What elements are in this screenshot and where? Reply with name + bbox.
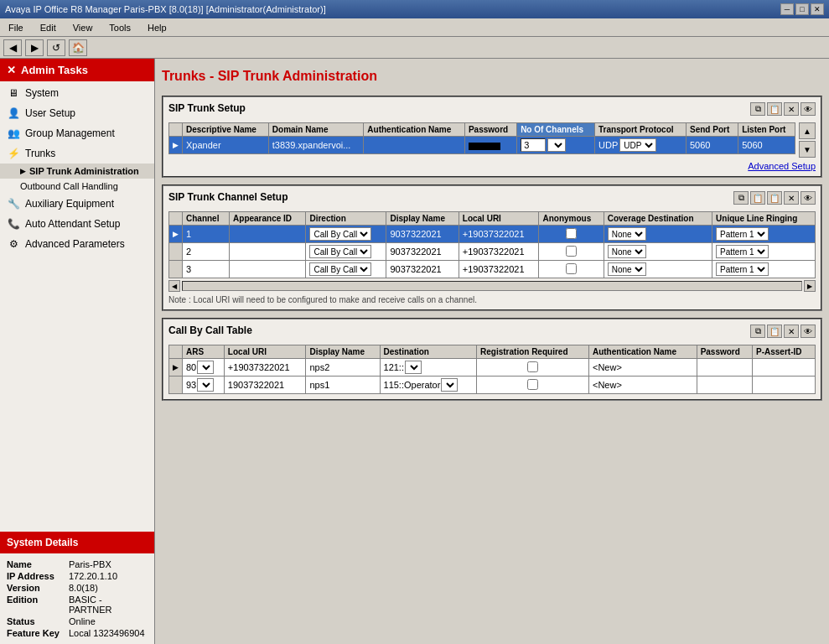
cbc-cell-passert-1[interactable] [753, 359, 816, 377]
cbc-row-1[interactable]: ▶ 80 +19037322021 nps2 [169, 359, 816, 377]
toolbar-back[interactable]: ◀ [3, 39, 22, 56]
sidebar-item-auto-attendant[interactable]: 📞 Auto Attendant Setup [0, 214, 154, 234]
ringing-select-1[interactable]: Pattern 1 [716, 227, 769, 241]
cbc-row-2[interactable]: 93 19037322021 nps1 115::Operator [169, 377, 816, 394]
cbc-eye-btn[interactable]: 👁 [801, 325, 816, 338]
sidebar-item-sip-trunk-admin[interactable]: ▶ SIP Trunk Administration [0, 164, 154, 179]
reg-checkbox-1[interactable] [527, 361, 538, 372]
cbc-cell-ars-1[interactable]: 80 [183, 359, 225, 377]
ch-cell-appearance-2[interactable] [230, 243, 306, 261]
maximize-button[interactable]: □ [795, 3, 809, 15]
ch-cell-uri-1[interactable]: +19037322021 [459, 226, 539, 243]
ch-cell-direction-1[interactable]: Call By Call [306, 226, 386, 243]
h-scroll-right[interactable]: ▶ [804, 280, 816, 292]
menu-tools[interactable]: Tools [104, 21, 136, 34]
ch-cell-appearance-3[interactable] [230, 261, 306, 278]
channels-dropdown[interactable] [547, 138, 566, 152]
anon-checkbox-2[interactable] [566, 246, 577, 257]
cbc-cell-reg-1[interactable] [477, 359, 589, 377]
cbc-cell-uri-2[interactable]: 19037322021 [224, 377, 306, 394]
sidebar-item-auxiliary-equipment[interactable]: 🔧 Auxiliary Equipment [0, 194, 154, 214]
sip-setup-eye-btn[interactable]: 👁 [801, 102, 816, 116]
ch-cell-ringing-3[interactable]: Pattern 1 [712, 261, 816, 278]
cell-auth-name[interactable] [364, 137, 465, 154]
direction-select-3[interactable]: Call By Call [309, 262, 371, 276]
toolbar-refresh[interactable]: ↺ [47, 39, 65, 56]
channel-toolbar-btn2[interactable]: 📋 [750, 191, 765, 205]
channel-eye-btn[interactable]: 👁 [801, 191, 816, 205]
coverage-select-2[interactable]: None [608, 245, 646, 258]
channels-input[interactable] [521, 138, 546, 152]
cell-password[interactable]: •••••••• [464, 137, 516, 154]
ch-cell-ringing-2[interactable]: Pattern 1 [712, 243, 816, 261]
channel-close-btn[interactable]: ✕ [784, 191, 799, 205]
ch-cell-anon-2[interactable] [539, 243, 604, 261]
h-scroll-bar[interactable] [182, 281, 802, 291]
ch-cell-channel-2[interactable]: 2 [183, 243, 230, 261]
sidebar-item-trunks[interactable]: ⚡ Trunks [0, 143, 154, 164]
channel-row-1[interactable]: ▶ 1 Call By Call 9037322021 +19037322021… [169, 226, 816, 243]
sip-setup-toolbar-btn2[interactable]: 📋 [767, 102, 782, 116]
advanced-setup-link[interactable]: Advanced Setup [168, 161, 816, 171]
cbc-toolbar-btn1[interactable]: ⧉ [750, 325, 765, 338]
ch-cell-uri-3[interactable]: +19037322021 [459, 261, 539, 278]
menu-help[interactable]: Help [142, 21, 172, 34]
ars-select-1[interactable] [197, 361, 214, 374]
sidebar-item-outbound-call-handling[interactable]: Outbound Call Handling [0, 179, 154, 194]
ars-select-2[interactable] [197, 378, 214, 392]
cbc-cell-reg-2[interactable] [477, 377, 589, 394]
ch-cell-anon-1[interactable] [539, 226, 604, 243]
sip-setup-scroll-up[interactable]: ▲ [799, 122, 816, 139]
ch-cell-display-3[interactable]: 9037322021 [386, 261, 459, 278]
ch-cell-channel-3[interactable]: 3 [183, 261, 230, 278]
cbc-cell-auth-1[interactable]: <New> [588, 359, 697, 377]
cell-send-port[interactable]: 5060 [686, 137, 738, 154]
channel-toolbar-btn1[interactable]: ⧉ [733, 191, 749, 205]
close-button[interactable]: ✕ [811, 3, 824, 15]
ch-cell-ringing-1[interactable]: Pattern 1 [712, 226, 816, 243]
ch-cell-display-2[interactable]: 9037322021 [386, 243, 459, 261]
sidebar-item-system[interactable]: 🖥 System [0, 83, 154, 103]
channel-row-2[interactable]: 2 Call By Call 9037322021 +19037322021 N… [169, 243, 816, 261]
sidebar-item-user-setup[interactable]: 👤 User Setup [0, 103, 154, 123]
h-scroll-left[interactable]: ◀ [168, 280, 180, 292]
channel-row-3[interactable]: 3 Call By Call 9037322021 +19037322021 N… [169, 261, 816, 278]
toolbar-home[interactable]: 🏠 [69, 39, 87, 56]
cbc-cell-display-1[interactable]: nps2 [306, 359, 380, 377]
dest-select-1[interactable] [405, 361, 422, 374]
cbc-cell-pwd-1[interactable] [697, 359, 752, 377]
ch-cell-direction-3[interactable]: Call By Call [306, 261, 386, 278]
cell-transport[interactable]: UDP UDP [595, 137, 687, 154]
coverage-select-1[interactable]: None [608, 227, 646, 241]
cbc-cell-pwd-2[interactable] [697, 377, 752, 394]
toolbar-forward[interactable]: ▶ [25, 39, 44, 56]
sip-trunk-row[interactable]: ▶ Xpander t3839.xpandervoi... •••••••• [169, 137, 795, 154]
ch-cell-channel-1[interactable]: 1 [183, 226, 230, 243]
cbc-cell-uri-1[interactable]: +19037322021 [224, 359, 306, 377]
ch-cell-display-1[interactable]: 9037322021 [386, 226, 459, 243]
cell-no-channels[interactable] [517, 137, 595, 154]
reg-checkbox-2[interactable] [527, 379, 538, 390]
ch-cell-coverage-2[interactable]: None [604, 243, 712, 261]
sidebar-item-group-management[interactable]: 👥 Group Management [0, 123, 154, 143]
menu-edit[interactable]: Edit [35, 21, 61, 34]
ch-cell-direction-2[interactable]: Call By Call [306, 243, 386, 261]
transport-dropdown[interactable]: UDP [619, 138, 656, 152]
cell-listen-port[interactable]: 5060 [738, 137, 795, 154]
cbc-cell-auth-2[interactable]: <New> [588, 377, 697, 394]
ch-cell-anon-3[interactable] [539, 261, 604, 278]
anon-checkbox-3[interactable] [566, 263, 577, 274]
sip-setup-scroll-down[interactable]: ▼ [799, 141, 816, 158]
cbc-cell-display-2[interactable]: nps1 [306, 377, 380, 394]
menu-file[interactable]: File [3, 21, 28, 34]
direction-select-1[interactable]: Call By Call [309, 227, 371, 241]
minimize-button[interactable]: ─ [780, 3, 794, 15]
sip-setup-toolbar-btn1[interactable]: ⧉ [750, 102, 765, 116]
cbc-toolbar-btn2[interactable]: 📋 [767, 325, 782, 338]
coverage-select-3[interactable]: None [608, 262, 646, 276]
channel-toolbar-btn3[interactable]: 📋 [767, 191, 782, 205]
cell-descriptive-name[interactable]: Xpander [183, 137, 269, 154]
direction-select-2[interactable]: Call By Call [309, 245, 371, 258]
dest-select-2[interactable] [441, 378, 458, 392]
sip-setup-close-btn[interactable]: ✕ [784, 102, 799, 116]
